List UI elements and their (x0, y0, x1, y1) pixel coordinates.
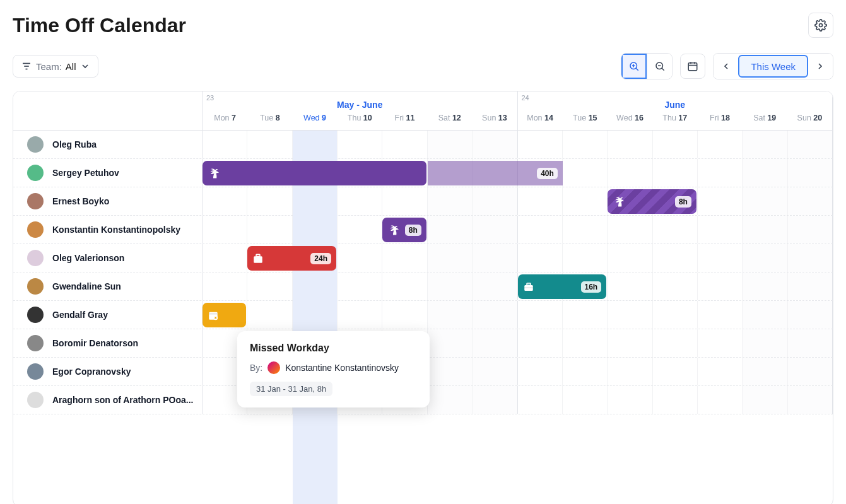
day-cell[interactable] (428, 273, 473, 300)
day-cell[interactable] (518, 187, 563, 215)
day-cell[interactable] (203, 187, 247, 215)
day-cell[interactable] (518, 216, 563, 243)
day-cell[interactable] (338, 273, 382, 300)
day-cell[interactable] (428, 216, 473, 243)
day-header[interactable]: Wed 16 (608, 114, 652, 122)
day-cell[interactable] (788, 386, 833, 414)
day-cell[interactable] (788, 187, 833, 215)
day-cell[interactable] (518, 329, 563, 357)
day-cell[interactable] (743, 159, 787, 187)
day-cell[interactable] (338, 187, 382, 215)
day-cell[interactable] (473, 386, 517, 414)
day-cell[interactable] (608, 244, 652, 272)
day-cell[interactable] (203, 216, 247, 243)
day-cell[interactable] (698, 159, 743, 187)
day-cell[interactable] (608, 301, 652, 329)
day-cell[interactable] (473, 329, 517, 357)
day-cell[interactable] (293, 131, 338, 158)
day-cell[interactable] (563, 159, 608, 187)
day-cell[interactable] (743, 187, 787, 215)
day-cell[interactable] (698, 301, 743, 329)
day-cell[interactable] (428, 386, 473, 414)
day-cell[interactable] (247, 187, 292, 215)
person-cell[interactable]: Sergey Petuhov (13, 159, 203, 187)
day-header[interactable]: Sun 20 (787, 114, 832, 122)
day-cell[interactable] (338, 244, 382, 272)
day-cell[interactable] (698, 216, 743, 243)
day-cell[interactable] (608, 329, 652, 357)
day-cell[interactable] (653, 216, 698, 243)
day-cell[interactable] (382, 187, 427, 215)
person-cell[interactable]: Gwendaline Sun (13, 273, 203, 300)
day-cell[interactable] (608, 159, 652, 187)
person-cell[interactable]: Araghorn son of Arathorn POoa... (13, 386, 203, 414)
timeoff-entry[interactable]: 24h (247, 246, 336, 271)
day-cell[interactable] (788, 216, 833, 243)
day-cell[interactable] (293, 216, 338, 243)
day-cell[interactable] (247, 216, 292, 243)
day-cell[interactable] (428, 131, 473, 158)
timeoff-entry[interactable]: 16h (518, 274, 607, 299)
settings-button[interactable] (808, 13, 833, 38)
day-cell[interactable] (698, 131, 743, 158)
day-header[interactable]: Wed 9 (292, 114, 337, 122)
day-cell[interactable] (473, 273, 517, 300)
day-header[interactable]: Mon 14 (518, 114, 563, 122)
day-cell[interactable] (743, 358, 787, 385)
timeoff-entry[interactable] (203, 303, 246, 327)
day-cell[interactable] (428, 358, 473, 385)
day-cell[interactable] (293, 187, 338, 215)
day-cell[interactable] (473, 301, 517, 329)
day-cell[interactable] (293, 273, 338, 300)
day-cell[interactable] (563, 329, 608, 357)
day-cell[interactable] (518, 244, 563, 272)
person-cell[interactable]: Boromir Denatorson (13, 329, 203, 357)
day-cell[interactable] (428, 329, 473, 357)
day-cell[interactable] (608, 386, 652, 414)
day-header[interactable]: Fri 18 (697, 114, 742, 122)
day-cell[interactable] (382, 301, 427, 329)
day-cell[interactable] (473, 216, 517, 243)
day-cell[interactable] (788, 273, 833, 300)
day-cell[interactable] (518, 386, 563, 414)
day-cell[interactable] (698, 358, 743, 385)
day-cell[interactable] (698, 187, 743, 215)
day-cell[interactable] (653, 329, 698, 357)
prev-button[interactable] (714, 54, 739, 79)
day-cell[interactable] (338, 301, 382, 329)
day-cell[interactable] (698, 244, 743, 272)
day-cell[interactable] (382, 273, 427, 300)
day-cell[interactable] (563, 358, 608, 385)
day-cell[interactable] (788, 159, 833, 187)
day-cell[interactable] (743, 216, 787, 243)
day-cell[interactable] (788, 329, 833, 357)
day-cell[interactable] (698, 273, 743, 300)
day-cell[interactable] (473, 358, 517, 385)
person-cell[interactable]: Oleg Valerionson (13, 244, 203, 272)
day-cell[interactable] (247, 273, 292, 300)
day-cell[interactable] (382, 131, 427, 158)
day-cell[interactable] (563, 131, 608, 158)
day-cell[interactable] (203, 273, 247, 300)
day-cell[interactable] (203, 244, 247, 272)
day-header[interactable]: Sat 12 (427, 114, 472, 122)
day-cell[interactable] (563, 386, 608, 414)
day-cell[interactable] (653, 159, 698, 187)
day-cell[interactable] (518, 131, 563, 158)
day-header[interactable]: Sun 13 (472, 114, 517, 122)
day-header[interactable]: Fri 11 (382, 114, 427, 122)
day-header[interactable]: Tue 8 (247, 114, 292, 122)
day-cell[interactable] (743, 244, 787, 272)
day-cell[interactable] (743, 329, 787, 357)
day-cell[interactable] (608, 216, 652, 243)
day-header[interactable]: Mon 7 (203, 114, 247, 122)
day-header[interactable]: Sat 19 (743, 114, 787, 122)
day-cell[interactable] (563, 216, 608, 243)
day-cell[interactable] (563, 301, 608, 329)
day-header[interactable]: Thu 10 (338, 114, 382, 122)
day-cell[interactable] (473, 131, 517, 158)
day-cell[interactable] (788, 131, 833, 158)
day-cell[interactable] (518, 358, 563, 385)
zoom-out-button[interactable] (647, 54, 672, 79)
day-cell[interactable] (473, 244, 517, 272)
